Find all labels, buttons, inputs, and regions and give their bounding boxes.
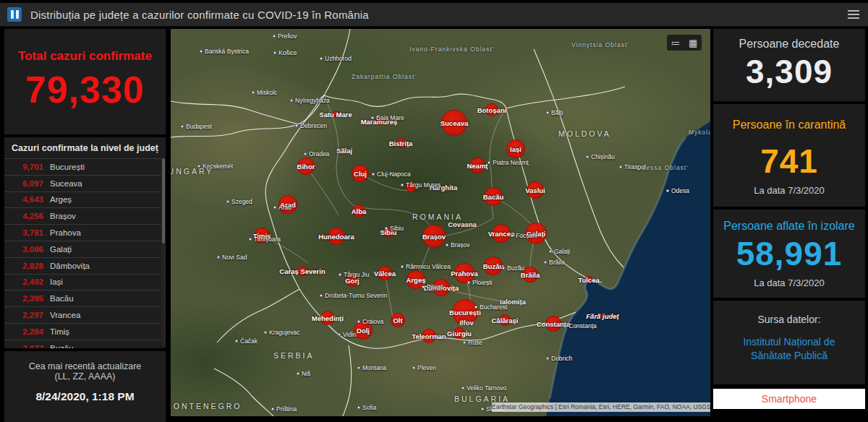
region-label: MONTENEGRO — [171, 402, 242, 410]
city-label: Buzău — [502, 264, 524, 272]
county-case-count: 6,097 — [9, 179, 43, 188]
case-bubble[interactable] — [406, 182, 416, 192]
county-list-row[interactable]: 2,284Timiș — [4, 323, 166, 340]
county-name: Argeș — [50, 195, 72, 204]
case-bubble[interactable] — [352, 204, 365, 218]
city-name: Prešov — [278, 33, 297, 40]
county-name: Timiș — [50, 327, 69, 336]
case-bubble[interactable] — [545, 316, 561, 332]
case-bubble[interactable] — [297, 266, 307, 276]
county-name: Iași — [50, 277, 63, 286]
case-bubble[interactable] — [422, 225, 446, 248]
case-bubble[interactable] — [441, 110, 467, 136]
city-name: Kecskemét — [203, 163, 233, 170]
case-bubble[interactable] — [506, 139, 525, 158]
city-dot — [461, 387, 464, 389]
case-bubble[interactable] — [454, 327, 465, 339]
county-list-row[interactable]: 2,077Buzău — [4, 340, 166, 348]
city-dot — [488, 161, 490, 164]
deceased-label: Persoane decedate — [713, 38, 865, 51]
case-bubble[interactable] — [278, 195, 297, 214]
case-bubble[interactable] — [585, 276, 592, 283]
county-map-label: Sălaj — [336, 147, 352, 155]
city-dot — [563, 324, 566, 327]
county-list-row[interactable]: 6,097Suceava — [4, 175, 166, 191]
case-bubble[interactable] — [454, 263, 475, 283]
smartphone-button[interactable]: Smartphone — [713, 389, 865, 409]
case-bubble[interactable] — [484, 187, 503, 206]
city-label: Novi Sad — [217, 254, 247, 261]
basemap-icon[interactable]: ▦ — [689, 38, 697, 48]
city-label: Niš — [297, 370, 310, 377]
city-label: Čačak — [235, 337, 258, 345]
list-scrollbar[interactable] — [161, 158, 166, 346]
city-name: Chișinău — [591, 153, 615, 160]
case-bubble[interactable] — [346, 274, 359, 287]
region-label: Odessa Oblast' — [637, 164, 689, 171]
case-bubble[interactable] — [378, 266, 392, 280]
city-label: Brașov — [446, 241, 469, 249]
case-bubble[interactable] — [375, 118, 383, 125]
quarantine-label: Persoane în carantină — [713, 119, 865, 132]
case-bubble[interactable] — [422, 329, 436, 343]
case-bubble[interactable] — [525, 223, 547, 244]
county-list-row[interactable]: 2,492Iași — [4, 274, 166, 290]
city-label: Banská Bystrica — [200, 48, 249, 55]
case-bubble[interactable] — [391, 313, 405, 327]
city-name: Oradea — [309, 150, 329, 158]
case-bubble[interactable] — [469, 158, 485, 173]
case-bubble[interactable] — [396, 138, 406, 148]
case-bubble[interactable] — [354, 321, 373, 340]
case-bubble[interactable] — [492, 224, 511, 243]
page-title: Distribuția pe județe a cazurilor confir… — [30, 9, 369, 21]
city-label: Constanța — [563, 322, 597, 330]
case-bubble[interactable] — [527, 181, 544, 199]
scrollbar-thumb[interactable] — [162, 158, 165, 244]
city-name: Nyíregyháza — [295, 97, 330, 104]
county-list-panel: Cazuri confirmate la nivel de județ 9,70… — [4, 137, 166, 348]
case-bubble[interactable] — [499, 314, 511, 326]
data-source-link[interactable]: Institutul Național de Sănătate Publică — [713, 335, 865, 363]
case-bubble[interactable] — [320, 311, 335, 325]
county-list-row[interactable]: 3,781Prahova — [4, 224, 166, 241]
city-dot — [544, 261, 547, 264]
county-list-row[interactable]: 2,395Bacău — [4, 290, 166, 306]
case-bubble[interactable] — [484, 257, 503, 275]
case-bubble[interactable] — [254, 228, 270, 244]
county-list-row[interactable]: 3,086Galați — [4, 241, 166, 257]
county-list-row[interactable]: 4,256Brașov — [4, 207, 166, 224]
city-name: Buzău — [507, 264, 524, 272]
case-bubble[interactable] — [328, 228, 345, 245]
case-bubble[interactable] — [522, 267, 538, 283]
case-bubble[interactable] — [332, 111, 339, 118]
region-label: ROMANIA — [412, 212, 463, 221]
county-list-row[interactable]: 4,643Argeș — [4, 191, 166, 208]
city-label: Prešov — [273, 33, 297, 40]
case-bubble[interactable] — [452, 299, 478, 325]
county-list-row[interactable]: 9,701București — [4, 158, 166, 175]
case-bubble[interactable] — [352, 165, 369, 182]
county-map-label: Ialomița — [500, 298, 526, 306]
case-bubble[interactable] — [433, 279, 450, 296]
city-name: Szeged — [231, 198, 252, 205]
deceased-panel: Persoane decedate 3,309 — [713, 29, 865, 101]
city-label: Odesa — [666, 187, 689, 194]
city-label: Ruse — [463, 339, 482, 346]
legend-icon[interactable]: ≔ — [671, 38, 681, 48]
case-bubble[interactable] — [383, 227, 393, 237]
county-name: Prahova — [50, 228, 81, 237]
case-bubble[interactable] — [485, 103, 498, 116]
map[interactable]: SuceavaBotoșaniIașiNeamțVasluiBacăuSatu … — [171, 29, 710, 416]
last-update-panel: Cea mai recentă actualizare (LL, ZZ, AAA… — [4, 351, 166, 422]
case-bubble[interactable] — [297, 158, 315, 175]
county-list-row[interactable]: 2,828Dâmbovița — [4, 257, 166, 274]
city-dot — [290, 99, 293, 102]
city-name: Novi Sad — [222, 254, 247, 261]
case-bubble[interactable] — [600, 314, 605, 318]
case-bubble[interactable] — [407, 270, 425, 289]
city-dot — [481, 408, 484, 410]
city-name: Cluj-Napoca — [377, 171, 411, 178]
county-list-row[interactable]: 2,297Vrancea — [4, 306, 166, 323]
menu-icon[interactable] — [848, 10, 859, 19]
update-label-line1: Cea mai recentă actualizare — [4, 361, 166, 371]
